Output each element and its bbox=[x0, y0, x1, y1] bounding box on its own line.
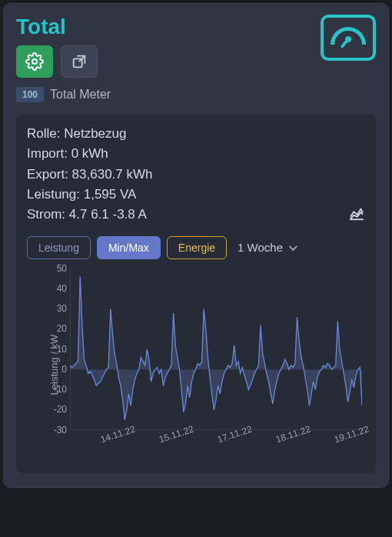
stat-export: Export: 83,630.7 kWh bbox=[27, 165, 365, 185]
card-header: Total bbox=[16, 15, 376, 87]
header-left: Total bbox=[16, 15, 98, 87]
stat-current-value: 4.7 6.1 -3.8 A bbox=[69, 207, 147, 222]
details-panel: Rolle: Netzbezug Import: 0 kWh Export: 8… bbox=[16, 115, 376, 473]
svg-point-0 bbox=[32, 59, 37, 64]
range-value: 1 Woche bbox=[238, 241, 283, 254]
chart-area: Leistung / kW 50403020100-10-20-30 14.11… bbox=[27, 268, 365, 461]
stat-current-label: Strom: bbox=[27, 207, 65, 222]
gear-icon bbox=[25, 52, 44, 71]
stats-block: Rolle: Netzbezug Import: 0 kWh Export: 8… bbox=[27, 124, 365, 225]
stat-role-label: Rolle: bbox=[27, 126, 60, 141]
stat-power-value: 1,595 VA bbox=[84, 187, 137, 202]
meter-label-row: 100 Total Meter bbox=[16, 87, 376, 102]
chart-plot bbox=[70, 268, 362, 430]
stat-role: Rolle: Netzbezug bbox=[27, 124, 365, 144]
chart-mode-row: Leistung Min/Max Energie 1 Woche bbox=[27, 236, 365, 259]
chart-ytick: 10 bbox=[45, 344, 67, 355]
stat-export-value: 83,630.7 kWh bbox=[72, 167, 153, 182]
chevron-down-icon bbox=[289, 242, 297, 251]
gauge-glyph bbox=[331, 27, 366, 48]
line-chart-icon bbox=[348, 207, 365, 221]
show-chart-button[interactable] bbox=[348, 207, 365, 224]
stat-import-label: Import: bbox=[27, 146, 68, 161]
stat-export-label: Export: bbox=[27, 167, 68, 182]
toolbar bbox=[16, 45, 98, 78]
stat-role-value: Netzbezug bbox=[64, 126, 126, 141]
priority-badge: 100 bbox=[16, 87, 44, 102]
stat-power-label: Leistung: bbox=[27, 187, 80, 202]
stat-import-value: 0 kWh bbox=[71, 146, 108, 161]
card-title: Total bbox=[16, 15, 98, 39]
chart-ytick: -10 bbox=[45, 384, 67, 395]
total-meter-card: Total bbox=[3, 3, 389, 488]
tab-leistung[interactable]: Leistung bbox=[27, 236, 91, 259]
chart-ytick: 40 bbox=[45, 283, 67, 294]
chart-ytick: -20 bbox=[45, 404, 67, 415]
open-external-icon bbox=[71, 53, 88, 70]
chart-xticks: 14.11.2215.11.2217.11.2218.11.2219.11.22 bbox=[70, 435, 362, 458]
chart-ytick: -30 bbox=[45, 425, 67, 435]
chart-ytick: 50 bbox=[45, 263, 67, 274]
range-dropdown[interactable]: 1 Woche bbox=[238, 241, 295, 254]
tab-energie[interactable]: Energie bbox=[167, 236, 227, 259]
settings-button[interactable] bbox=[16, 45, 53, 78]
chart-ytick: 30 bbox=[45, 303, 67, 314]
open-external-button[interactable] bbox=[61, 45, 98, 78]
tab-minmax[interactable]: Min/Max bbox=[97, 236, 161, 259]
stat-power: Leistung: 1,595 VA bbox=[27, 185, 365, 205]
chart-ytick: 0 bbox=[45, 364, 67, 375]
stat-current: Strom: 4.7 6.1 -3.8 A bbox=[27, 205, 365, 225]
chart-ytick: 20 bbox=[45, 323, 67, 334]
meter-name: Total Meter bbox=[50, 88, 111, 102]
stat-import: Import: 0 kWh bbox=[27, 144, 365, 164]
meter-gauge-icon bbox=[321, 15, 376, 61]
